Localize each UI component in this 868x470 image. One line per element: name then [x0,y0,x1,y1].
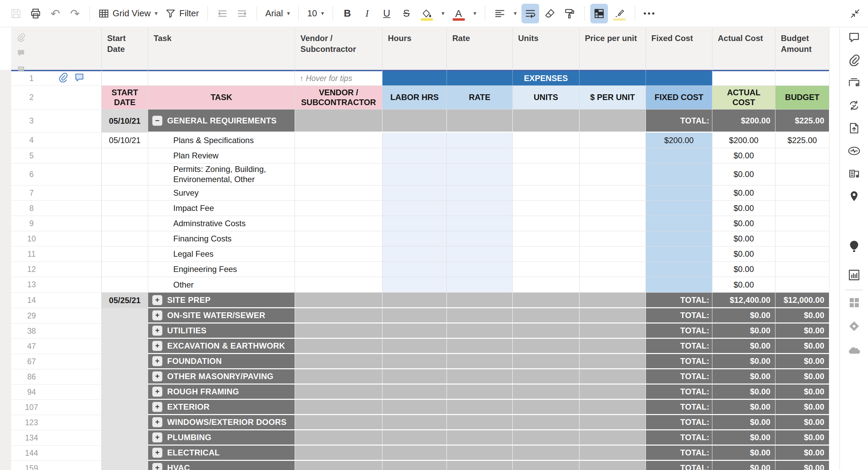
cell-budget[interactable]: BUDGET [775,86,829,110]
cell-budget[interactable]: $0.00 [775,354,829,369]
cell-budget[interactable] [775,163,829,185]
cell-actual[interactable] [712,71,775,86]
cell-hours[interactable] [382,354,447,369]
cell-rate[interactable] [447,277,513,293]
cell-units[interactable] [513,185,579,201]
cell-actual[interactable]: $0.00 [712,385,775,400]
cell-rate[interactable] [447,385,513,400]
cell-perunit[interactable] [579,148,646,163]
cell-fixed[interactable] [646,201,712,216]
cell-perunit[interactable] [579,201,646,216]
cell-fixed[interactable] [646,277,712,293]
row-number[interactable]: 14 [11,296,52,305]
cell-vendor[interactable] [295,324,382,339]
cell-rate[interactable] [447,446,513,461]
cell-fixed[interactable]: TOTAL: [646,110,712,133]
cell-budget[interactable]: $0.00 [775,369,829,385]
row-number[interactable]: 94 [11,388,52,397]
format-painter-button[interactable] [561,4,578,23]
update-requests-icon[interactable] [848,99,860,112]
cell-perunit[interactable] [579,110,646,133]
cell-units[interactable] [513,324,579,339]
cell-units[interactable] [513,430,579,446]
cell-date[interactable] [102,430,148,446]
cell-hours[interactable] [382,216,447,231]
cell-fixed[interactable]: TOTAL: [646,308,712,324]
highlight-button[interactable] [610,4,629,23]
expand-section-icon[interactable]: + [152,448,162,458]
row-number[interactable]: 13 [11,280,52,289]
cell-date[interactable] [102,369,148,385]
cell-fixed[interactable]: TOTAL: [646,400,712,415]
cell-actual[interactable]: $0.00 [712,262,775,277]
cell-actual[interactable]: $0.00 [712,201,775,216]
cell-vendor[interactable] [295,163,382,185]
cell-budget[interactable]: $12,000.00 [775,293,829,308]
cell-budget[interactable]: $0.00 [775,324,829,339]
cell-hours[interactable] [382,308,447,324]
cell-fixed[interactable]: TOTAL: [646,446,712,461]
cell-task[interactable]: Permits: Zoning, Building, Environementa… [148,163,295,185]
cell-rate[interactable] [447,133,513,148]
cell-perunit[interactable] [579,247,646,262]
cell-date[interactable] [102,71,148,86]
cell-rate[interactable] [447,339,513,354]
comment-icon[interactable] [74,72,84,84]
cell-actual[interactable]: $0.00 [712,163,775,185]
cell-fixed[interactable]: TOTAL: [646,293,712,308]
cell-date[interactable] [102,446,148,461]
view-switcher-button[interactable]: Grid View ▾ [96,4,160,23]
cell-perunit[interactable] [579,185,646,201]
expand-section-icon[interactable]: + [152,356,162,366]
cell-perunit[interactable] [579,71,646,86]
cell-date[interactable] [102,231,148,247]
row-number[interactable]: 67 [11,357,52,366]
cell-actual[interactable]: $200.00 [712,133,775,148]
copies-icon[interactable] [848,168,860,180]
cell-units[interactable] [513,446,579,461]
cell-actual[interactable]: $0.00 [712,461,775,470]
cell-fixed[interactable]: TOTAL: [646,461,712,470]
align-button[interactable] [491,4,509,23]
row-number[interactable]: 9 [11,219,52,228]
cell-date[interactable] [102,339,148,354]
cell-date[interactable] [102,216,148,231]
cell-hours[interactable] [382,293,447,308]
cell-vendor[interactable] [295,339,382,354]
cell-budget[interactable]: $225.00 [775,110,829,133]
row-number[interactable]: 38 [11,327,52,336]
cell-task[interactable]: +UTILITIES [148,324,295,339]
cell-date[interactable] [102,247,148,262]
cell-fixed[interactable]: TOTAL: [646,324,712,339]
cell-task[interactable]: +OTHER MASONRY/PAVING [148,369,295,385]
comments-icon[interactable] [848,31,860,43]
cell-fixed[interactable]: TOTAL: [646,415,712,430]
cell-date[interactable] [102,400,148,415]
cell-task[interactable]: +ELECTRICAL [148,446,295,461]
cell-fixed[interactable] [646,71,712,86]
cell-hours[interactable]: LABOR HRS [382,86,447,110]
cell-units[interactable]: UNITS [513,86,579,110]
cell-hours[interactable] [382,324,447,339]
cell-rate[interactable] [447,231,513,247]
cell-fixed[interactable] [646,262,712,277]
cell-date[interactable] [102,277,148,293]
cell-units[interactable]: EXPENSES [513,71,579,86]
underline-button[interactable]: U [378,4,396,23]
cell-perunit[interactable] [579,216,646,231]
apps-icon[interactable] [848,297,860,308]
cell-task[interactable]: Survey [148,185,295,201]
text-color-menu-button[interactable]: ▾ [470,4,479,23]
cell-task[interactable]: Impact Fee [148,201,295,216]
pin-icon[interactable] [848,191,860,202]
cell-hours[interactable] [382,110,447,133]
cell-actual[interactable]: $12,400.00 [712,293,775,308]
cell-hours[interactable] [382,446,447,461]
cell-units[interactable] [513,293,579,308]
cell-vendor[interactable]: VENDOR / SUBCONTRACTOR [295,86,382,110]
cell-task[interactable]: Adminstrative Costs [148,216,295,231]
cell-vendor[interactable] [295,369,382,385]
cell-hours[interactable] [382,339,447,354]
cell-actual[interactable]: $0.00 [712,308,775,324]
cell-rate[interactable] [447,415,513,430]
